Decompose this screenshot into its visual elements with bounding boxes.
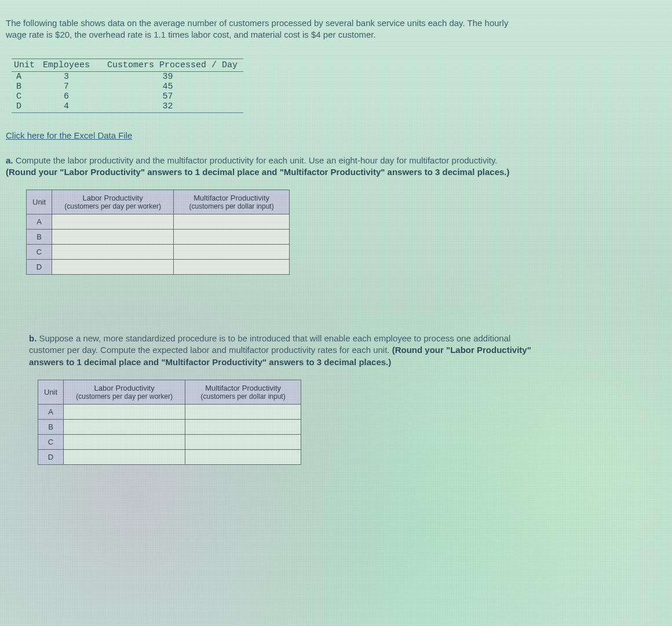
cell-customers: 57 (96, 92, 243, 101)
cell-customers: 39 (96, 71, 243, 82)
unit-label: D (27, 260, 52, 275)
excel-data-file-link[interactable]: Click here for the Excel Data File (6, 130, 132, 140)
labor-productivity-input-d[interactable] (52, 260, 173, 274)
multi-header-sub: (customers per dollar input) (180, 202, 283, 210)
ans-col-multi: Multifactor Productivity (customers per … (174, 190, 290, 214)
part-b-text1: Suppose a new, more standardized procedu… (39, 333, 511, 343)
ans-col-labor: Labor Productivity (customers per day pe… (64, 380, 185, 404)
labor-header-sub: (customers per day per worker) (58, 202, 167, 210)
table-row: B (27, 230, 290, 245)
table-row: D 4 32 (12, 101, 243, 113)
multi-header-sub: (customers per dollar input) (191, 392, 295, 401)
table-row: A (38, 404, 301, 419)
labor-productivity-input-a[interactable] (52, 214, 173, 229)
multi-header-main: Multifactor Productivity (205, 384, 281, 392)
unit-label: A (27, 214, 52, 230)
multifactor-productivity-input-c[interactable] (174, 245, 289, 259)
labor-productivity-b-input-a[interactable] (64, 405, 185, 419)
unit-label: B (27, 230, 52, 245)
unit-label: B (38, 419, 64, 434)
part-b-bold1: (Round your "Labor Productivity" (392, 345, 531, 355)
unit-label: C (27, 245, 52, 260)
labor-header-main: Labor Productivity (94, 384, 155, 392)
table-header-row: Unit Employees Customers Processed / Day (12, 59, 243, 71)
ans-col-labor: Labor Productivity (customers per day pe… (52, 190, 174, 214)
labor-productivity-input-c[interactable] (52, 245, 173, 259)
labor-productivity-b-input-d[interactable] (64, 450, 185, 464)
labor-productivity-b-input-b[interactable] (64, 420, 185, 434)
cell-unit: D (12, 101, 41, 113)
part-b-prompt: b. Suppose a new, more standardized proc… (29, 333, 666, 368)
table-row: C (27, 245, 290, 260)
intro-line2: wage rate is $20, the overhead rate is 1… (6, 29, 666, 41)
cell-employees: 4 (41, 101, 96, 113)
cell-unit: C (12, 92, 41, 101)
part-a-prompt: a. Compute the labor productivity and th… (6, 155, 666, 179)
labor-productivity-input-b[interactable] (52, 230, 173, 244)
ans-col-unit: Unit (38, 380, 64, 404)
table-row: D (27, 260, 290, 275)
table-row: B 7 45 (12, 82, 243, 92)
table-row: B (38, 419, 301, 434)
ans-col-unit: Unit (27, 190, 52, 214)
col-unit: Unit (12, 59, 41, 71)
unit-label: C (38, 434, 64, 449)
part-b-lead: b. (29, 333, 39, 343)
part-b-answer-table: Unit Labor Productivity (customers per d… (38, 380, 301, 465)
multi-header-main: Multifactor Productivity (193, 194, 269, 202)
part-b-text2: customer per day. Compute the expected l… (29, 345, 392, 355)
cell-employees: 3 (41, 71, 96, 82)
col-customers: Customers Processed / Day (96, 59, 243, 71)
labor-header-main: Labor Productivity (83, 194, 143, 202)
col-employees: Employees (41, 59, 96, 71)
table-row: A (27, 214, 290, 230)
part-a-bold: (Round your "Labor Productivity" answers… (6, 167, 510, 177)
multifactor-productivity-b-input-d[interactable] (185, 450, 301, 464)
part-a-text: Compute the labor productivity and the m… (16, 155, 498, 165)
cell-unit: A (12, 71, 41, 82)
multifactor-productivity-input-b[interactable] (174, 230, 289, 244)
problem-intro: The following table shows data on the av… (6, 17, 666, 41)
part-b-bold2: answers to 1 decimal place and "Multifac… (29, 357, 391, 367)
table-row: D (38, 449, 301, 464)
unit-label: D (38, 449, 64, 464)
multifactor-productivity-b-input-a[interactable] (185, 405, 301, 419)
cell-employees: 6 (41, 92, 96, 101)
ans-col-multi: Multifactor Productivity (customers per … (185, 380, 301, 404)
table-row: A 3 39 (12, 71, 243, 82)
multifactor-productivity-input-d[interactable] (174, 260, 289, 274)
cell-customers: 45 (96, 82, 243, 92)
cell-unit: B (12, 82, 41, 92)
labor-productivity-b-input-c[interactable] (64, 435, 185, 449)
intro-line1: The following table shows data on the av… (6, 18, 508, 28)
given-data-table: Unit Employees Customers Processed / Day… (12, 59, 243, 113)
table-row: C (38, 434, 301, 449)
unit-label: A (38, 404, 64, 419)
multifactor-productivity-b-input-b[interactable] (185, 420, 301, 434)
cell-employees: 7 (41, 82, 96, 92)
cell-customers: 32 (96, 101, 243, 113)
multifactor-productivity-input-a[interactable] (174, 214, 289, 229)
part-a-answer-table: Unit Labor Productivity (customers per d… (26, 190, 290, 275)
table-row: C 6 57 (12, 92, 243, 101)
part-a-lead: a. (6, 155, 16, 165)
labor-header-sub: (customers per day per worker) (70, 392, 179, 401)
multifactor-productivity-b-input-c[interactable] (185, 435, 301, 449)
